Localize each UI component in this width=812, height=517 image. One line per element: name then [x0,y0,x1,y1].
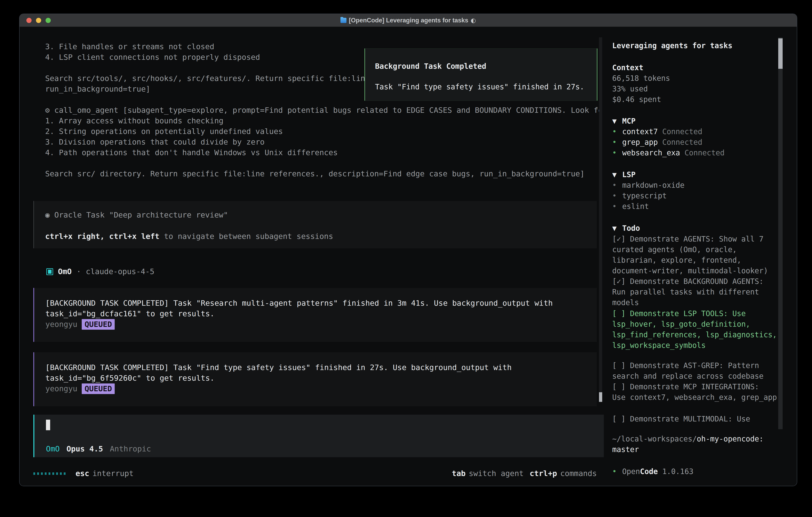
agent-name: OmO [58,266,72,277]
lsp-item: • markdown-oxide [612,180,788,191]
mcp-name: websearch_exa [622,148,680,157]
agent-square-icon [46,268,53,275]
esc-key-label: interrupt [92,468,134,479]
tab-key-hint: tab [452,468,466,479]
mcp-section: ▼ MCP • context7 Connected • grep_app Co… [612,116,788,158]
esc-key-hint: esc [76,468,89,479]
bullet-icon: • [612,147,622,158]
task-user: yeongyu [46,384,77,393]
tool-call-line: ⚙ call_omo_agent [subagent_type=explore,… [45,105,601,115]
task-meta-line: yeongyuQUEUED [46,383,586,394]
mcp-name: grep_app [622,138,658,146]
transcript-line: 1. Array access without bounds checking [45,115,601,126]
status-bar: escinterrupt tabswitch agent ctrl+pcomma… [33,468,597,479]
context-used: 33% used [612,84,788,94]
app-name-light: Open [622,467,640,476]
transcript-scrollbar-thumb[interactable] [599,392,602,402]
task-message-line: task_id="bg_6f59260c" to get results. [46,373,586,383]
model-provider: Anthropic [110,444,151,454]
transcript-line: Search src/ directory. Return specific f… [45,168,601,179]
working-spinner-dots [33,472,65,475]
queued-status-badge: QUEUED [82,383,115,394]
sidebar-scrollbar[interactable] [778,37,783,429]
mcp-status: Connected [685,148,724,157]
workspace-path-prefix: ~/local-workspaces/ [612,435,697,443]
moon-icon: ◐ [471,17,476,24]
transcript-line: 2. String operations on potentially unde… [45,126,601,137]
hint-text: to navigate between subagent sessions [160,232,333,241]
bullet-icon: • [612,137,622,147]
active-agent-name[interactable]: OmO [46,444,60,454]
task-message-line: [BACKGROUND TASK COMPLETED] Task "Resear… [46,298,586,308]
mcp-item: • context7 Connected [612,126,788,137]
background-task-toast[interactable]: Background Task Completed Task "Find typ… [365,48,598,101]
oracle-task-panel: ◉ Oracle Task "Deep architecture review"… [33,201,597,248]
workspace-branch: master [612,444,788,455]
toast-title: Background Task Completed [375,61,587,72]
lsp-item: • eslint [612,201,788,212]
task-message-line: task_id="bg_dcfac161" to get results. [46,308,586,319]
text-cursor [46,419,50,430]
todo-item-pending: [ ] Demonstrate MULTIMODAL: Use [612,414,788,424]
context-header: Context [612,62,788,73]
ctrlp-key-hint: ctrl+p [530,468,557,479]
maximize-window-button[interactable] [46,18,51,23]
tab-key-label: switch agent [469,468,524,479]
session-sidebar: Leveraging agents for tasks Context 66,5… [608,27,797,486]
session-title: Leveraging agents for tasks [612,40,788,51]
lsp-name: eslint [622,201,649,212]
workspace-repo: oh-my-opencode: [697,435,763,443]
separator-dot: · [77,266,81,277]
workspace-path: ~/local-workspaces/oh-my-opencode: maste… [612,434,788,455]
bullet-icon: • [612,191,622,201]
oracle-task-title: ◉ Oracle Task "Deep architecture review" [45,210,586,220]
chevron-down-icon: ▼ [612,169,622,180]
background-task-message: [BACKGROUND TASK COMPLETED] Task "Resear… [33,288,597,342]
app-version: 1.0.163 [662,467,694,476]
queued-status-badge: QUEUED [82,319,115,330]
mcp-status [658,127,662,136]
todo-item-current: [ ] Demonstrate LSP TOOLS: Use lsp_hover… [612,308,788,351]
lsp-name: markdown-oxide [622,180,685,191]
chat-transcript: 3. File handles or streams not closed 4.… [20,27,611,486]
chevron-down-icon: ▼ [612,116,622,126]
lsp-name: typescript [622,191,667,201]
blank-line [45,158,601,168]
window-controls [26,14,51,27]
agent-model: claude-opus-4-5 [86,266,154,277]
todo-item-done: [✓] Demonstrate AGENTS: Show all 7 curat… [612,234,788,276]
agent-session-header[interactable]: OmO · claude-opus-4-5 [46,266,154,277]
chevron-down-icon: ▼ [612,223,622,234]
todo-section-header[interactable]: ▼ Todo [612,223,788,234]
app-name-bold: Code [640,467,658,476]
minimize-window-button[interactable] [36,18,41,23]
app-version-footer: • OpenCode 1.0.163 [612,466,788,477]
mcp-section-header[interactable]: ▼ MCP [612,116,788,126]
mcp-item: • grep_app Connected [612,137,788,147]
transcript-scrollbar[interactable] [599,37,602,402]
app-window: [OpenCode] Leveraging agents for tasks ◐… [19,13,797,486]
prompt-input[interactable]: OmO Opus 4.5 Anthropic [33,415,604,457]
transcript-line: 3. Division operations that could divide… [45,137,601,147]
toast-body: Task "Find type safety issues" finished … [375,82,587,92]
todo-item-pending: [ ] Demonstrate MCP INTEGRATIONS: Use co… [612,381,788,403]
close-window-button[interactable] [26,18,32,23]
gear-icon: ⚙ [45,106,50,114]
bullet-icon: • [612,126,622,137]
subagent-navigation-hint: ctrl+x right, ctrl+x left to navigate be… [45,231,586,242]
task-message-line: [BACKGROUND TASK COMPLETED] Task "Find t… [46,362,586,373]
mcp-status: Connected [662,138,702,146]
sidebar-scrollbar-thumb[interactable] [778,38,783,69]
hint-keys: ctrl+x right, ctrl+x left [45,232,160,241]
todo-item-done: [✓] Demonstrate BACKGROUND AGENTS: Run p… [612,276,788,308]
context-tokens: 66,518 tokens [612,73,788,84]
task-user: yeongyu [46,320,77,329]
status-dot-icon: • [612,466,622,477]
mcp-item: • websearch_exa Connected [612,147,788,158]
lsp-section-header[interactable]: ▼ LSP [612,169,788,180]
ctrlp-key-label: commands [560,468,597,479]
tool-call-text: call_omo_agent [subagent_type=explore, p… [50,106,601,114]
folder-icon [341,18,346,23]
task-meta-line: yeongyuQUEUED [46,319,586,330]
active-model-name[interactable]: Opus 4.5 [66,444,103,454]
